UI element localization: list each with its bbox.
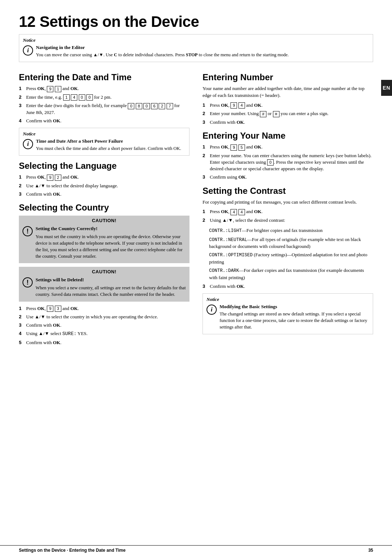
section-title-country: Selecting the Country [19, 203, 189, 213]
step-dt-3: 3 Enter the date (two digits for each fi… [19, 102, 189, 116]
footer: Settings on the Device · Entering the Da… [0, 545, 392, 555]
footer-page-number: 35 [368, 548, 373, 553]
notice-basic-settings: Notice i Modifying the Basic Settings Th… [203, 293, 373, 334]
step-num-2: 2 Enter your number. Using # or ✳ you ca… [203, 110, 373, 117]
steps-country: 1 Press OK, 9 3 and OK. 2 Use ▲/▼ to sel… [19, 305, 189, 346]
notice-navigating: Notice i Navigating in the Editor You ca… [19, 34, 373, 62]
section-title-name: Entering Your Name [203, 131, 373, 141]
notice-top-title: Navigating in the Editor [36, 45, 369, 50]
caution-text-2: When you select a new country, all setti… [36, 285, 186, 298]
notice-top-text: You can move the cursor using ▲/▼. Use C… [36, 52, 369, 58]
steps-contrast-post: 3 Confirm with OK. [203, 283, 373, 290]
contrast-option-light: CONTR.:LIGHT—For brighter copies and fax… [209, 227, 373, 234]
step-lang-3: 3 Confirm with OK. [19, 191, 189, 197]
caution-icon-1: ! [23, 226, 33, 236]
section-title-number: Entering Number [203, 72, 373, 82]
step-country-4: 4 Using ▲/▼ select SURE: YES. [19, 330, 189, 337]
caution-settings-deleted: CAUTION! ! Settings will be Deleted! Whe… [19, 267, 189, 301]
left-column: Entering the Date and Time 1 Press OK, 9… [19, 67, 189, 350]
en-tab: EN [381, 80, 392, 96]
steps-contrast-pre: 1 Press OK, 4 4 and OK. 2 Using ▲/▼, sel… [203, 208, 373, 224]
steps-name: 1 Press OK, 9 5 and OK. 2 Enter your nam… [203, 144, 373, 181]
contrast-option-dark: CONTR.:DARK—For darker copies and fax tr… [209, 267, 373, 281]
step-name-3: 3 Confirm using OK. [203, 174, 373, 180]
step-dt-1: 1 Press OK, 9 1 and OK. [19, 85, 189, 92]
step-lang-1: 1 Press OK, 9 2 and OK. [19, 174, 189, 181]
step-num-3: 3 Confirm with OK. [203, 119, 373, 126]
step-contr-2: 2 Using ▲/▼, select the desired contrast… [203, 217, 373, 224]
step-contr-1: 1 Press OK, 4 4 and OK. [203, 208, 373, 215]
info-icon-top: i [23, 45, 33, 56]
notice-power-title: Time and Date After a Short Power Failur… [36, 138, 185, 144]
notice-label-top: Notice [23, 37, 369, 43]
caution-text-1: You must set the country in which you ar… [36, 233, 186, 260]
step-name-1: 1 Press OK, 9 5 and OK. [203, 144, 373, 151]
caution-title-1: Setting the Country Correctly! [36, 225, 186, 232]
caution-title-2: Settings will be Deleted! [36, 277, 186, 283]
footer-left-text: Settings on the Device · Entering the Da… [19, 548, 126, 553]
contrast-option-optimised: CONTR.:OPTIMISED (Factory settings)—Opti… [209, 252, 373, 265]
steps-date-time: 1 Press OK, 9 1 and OK. 2 Enter the time… [19, 85, 189, 124]
section-contrast-intro: For copying and printing of fax messages… [203, 199, 373, 206]
step-dt-2: 2 Enter the time, e.g. 1 4 0 0 for 2 pm. [19, 94, 189, 101]
step-country-2: 2 Use ▲/▼ to select the country in which… [19, 314, 189, 320]
section-number-intro: Your name and number are added together … [203, 85, 373, 99]
chapter-number: 12 [19, 13, 36, 30]
step-lang-2: 2 Use ▲/▼ to select the desired display … [19, 183, 189, 189]
section-title-date-time: Entering the Date and Time [19, 72, 189, 82]
caution-icon-2: ! [23, 277, 33, 287]
section-title-contrast: Setting the Contrast [203, 186, 373, 196]
step-country-1: 1 Press OK, 9 3 and OK. [19, 305, 189, 312]
caution-label-1: CAUTION! [23, 218, 186, 223]
page: EN 12 Settings on the Device Notice i Na… [0, 0, 392, 555]
notice-bottom-title: Modifying the Basic Settings [220, 304, 369, 310]
step-country-3: 3 Confirm with OK. [19, 322, 189, 328]
notice-bottom-text: The changed settings are stored as new d… [220, 311, 369, 330]
step-name-2: 2 Enter your name. You can enter charact… [203, 152, 373, 172]
steps-number: 1 Press OK, 9 4 and OK. 2 Enter your num… [203, 102, 373, 126]
notice-power-failure: Notice i Time and Date After a Short Pow… [19, 128, 189, 156]
step-country-5: 5 Confirm with OK. [19, 339, 189, 346]
step-num-1: 1 Press OK, 9 4 and OK. [203, 102, 373, 109]
step-dt-4: 4 Confirm with OK. [19, 118, 189, 124]
page-title: 12 Settings on the Device [19, 13, 373, 30]
notice-power-text: You must check the time and date after a… [36, 145, 185, 152]
section-title-language: Selecting the Language [19, 161, 189, 171]
info-icon-bottom: i [207, 305, 217, 315]
right-column: Entering Number Your name and number are… [203, 67, 373, 350]
contrast-option-neutral: CONTR.:NEUTRAL—For all types of original… [209, 236, 373, 250]
notice-label-bottom: Notice [207, 297, 369, 302]
caution-country-correctly: CAUTION! ! Setting the Country Correctly… [19, 216, 189, 263]
info-icon-power: i [23, 139, 33, 149]
caution-label-2: CAUTION! [23, 269, 186, 274]
step-contr-3: 3 Confirm with OK. [203, 283, 373, 290]
notice-label-power: Notice [23, 131, 185, 137]
steps-language: 1 Press OK, 9 2 and OK. 2 Use ▲/▼ to sel… [19, 174, 189, 197]
chapter-title: Settings on the Device [40, 13, 199, 30]
